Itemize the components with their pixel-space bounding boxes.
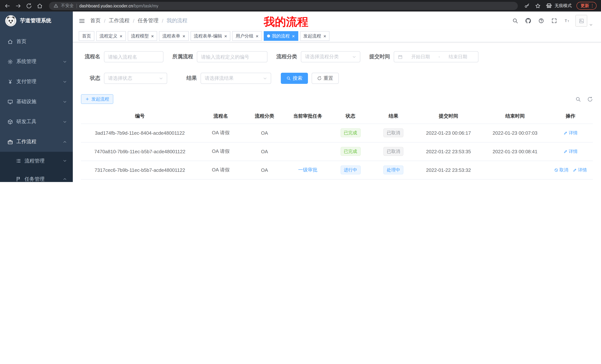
column-header-结束时间: 结束时间 — [482, 109, 548, 124]
security-label: 不安全 — [61, 3, 74, 9]
cancel-action-link[interactable]: 取消 — [554, 167, 568, 173]
current-task-link[interactable]: 一级审批 — [298, 167, 317, 172]
cell-current-task: 一级审批 — [286, 161, 329, 179]
result-tag: 已取消 — [383, 128, 404, 137]
bookmark-star-icon[interactable] — [535, 3, 541, 9]
hamburger-icon[interactable] — [79, 18, 85, 24]
tab-close-icon[interactable]: × — [151, 34, 154, 38]
tab-流程定义[interactable]: 流程定义× — [96, 31, 126, 41]
gear-icon — [7, 59, 13, 64]
breadcrumb: 首页/工作流程/任务管理/我的流程 — [90, 18, 187, 24]
sidebar-item-基础设施[interactable]: 基础设施 — [0, 92, 73, 112]
back-icon[interactable] — [4, 3, 10, 9]
column-header-状态: 状态 — [329, 109, 372, 124]
question-icon[interactable] — [538, 18, 544, 24]
chrome-home-icon[interactable] — [37, 3, 43, 9]
address-bar[interactable]: 不安全 dashboard.yudao.iocoder.cn/bpm/task/… — [49, 2, 518, 10]
browser-menu-icon[interactable] — [590, 3, 595, 8]
warning-icon — [53, 3, 58, 8]
reset-button-label: 重置 — [323, 75, 333, 82]
cell-submit-time: 2022-01-22 23:53:32 — [415, 161, 482, 179]
tab-close-icon[interactable]: × — [120, 34, 122, 38]
breadcrumb-item[interactable]: 工作流程 — [109, 18, 130, 24]
result-select[interactable]: 请选择流结果 — [200, 73, 271, 84]
search-button[interactable]: 搜索 — [281, 73, 308, 84]
svg-text:T: T — [565, 19, 567, 23]
tab-close-icon[interactable]: × — [292, 34, 295, 38]
sidebar-item-首页[interactable]: 首页 — [0, 31, 73, 52]
filter-status: 状态 请选择状态 — [81, 73, 167, 84]
chevron-down-icon — [63, 100, 67, 104]
main-area: 首页/工作流程/任务管理/我的流程 TT 首页流程定义×流程模型×流程表单×流程… — [73, 11, 601, 182]
cell-process-name: OA 请假 — [199, 142, 243, 161]
action-label: 详情 — [578, 167, 587, 173]
sidebar-item-label: 支付管理 — [16, 78, 36, 85]
tab-close-icon[interactable]: × — [182, 34, 185, 38]
cell-operations: 取消详情 — [548, 161, 593, 179]
table-row: 7470a810-7b9b-11ec-b5b7-acde48001122OA 请… — [81, 142, 593, 161]
search-icon[interactable] — [512, 18, 518, 24]
tab-流程表单-编辑[interactable]: 流程表单-编辑× — [190, 31, 230, 41]
breadcrumb-separator: / — [162, 18, 163, 24]
chevron-down-icon — [63, 80, 67, 84]
filter-process: 所属流程 — [171, 51, 267, 62]
start-date-placeholder: 开始日期 — [404, 54, 437, 60]
cell-process-name: OA 请假 — [199, 124, 243, 142]
breadcrumb-item[interactable]: 首页 — [90, 18, 101, 24]
cell-status: 进行中 — [329, 161, 372, 179]
cell-result: 已取消 — [372, 124, 415, 142]
cell-category: OA — [243, 161, 286, 179]
tab-label: 流程定义 — [100, 33, 117, 39]
category-select[interactable]: 请选择流程分类 — [301, 51, 360, 62]
detail-action-link[interactable]: 详情 — [573, 167, 587, 173]
github-icon[interactable] — [525, 18, 531, 24]
tab-流程模型[interactable]: 流程模型× — [128, 31, 157, 41]
update-button[interactable]: 更新 — [576, 2, 597, 10]
sidebar-item-支付管理[interactable]: 支付管理 — [0, 72, 73, 92]
tab-流程表单[interactable]: 流程表单× — [159, 31, 189, 41]
sidebar-item-任务管理[interactable]: 任务管理 — [0, 170, 73, 182]
sidebar-item-label: 基础设施 — [16, 98, 36, 105]
reload-icon[interactable] — [26, 3, 32, 9]
tab-close-icon[interactable]: × — [256, 34, 259, 38]
tab-首页[interactable]: 首页 — [79, 31, 94, 41]
sidebar-item-工作流程[interactable]: 工作流程 — [0, 132, 73, 152]
tab-close-icon[interactable]: × — [323, 34, 326, 38]
cell-submit-time: 2022-01-22 23:51:15 — [415, 179, 482, 182]
svg-text:T: T — [568, 20, 569, 23]
table-tools — [575, 96, 593, 102]
detail-action-link[interactable]: 详情 — [563, 148, 578, 154]
tab-我的流程[interactable]: 我的流程× — [264, 31, 298, 41]
process-name-input[interactable] — [104, 51, 163, 62]
breadcrumb-item[interactable]: 任务管理 — [138, 18, 159, 24]
tab-发起流程[interactable]: 发起流程× — [300, 31, 330, 41]
key-icon[interactable] — [524, 3, 530, 9]
sidebar-item-系统管理[interactable]: 系统管理 — [0, 52, 73, 72]
toolbar-row: 发起流程 — [81, 94, 593, 104]
category-placeholder: 请选择流程分类 — [305, 53, 339, 60]
forward-icon[interactable] — [15, 3, 21, 9]
tab-label: 流程表单-编辑 — [194, 33, 222, 39]
tab-close-icon[interactable]: × — [224, 34, 227, 38]
action-label: 取消 — [559, 167, 568, 173]
sidebar-item-研发工具[interactable]: 研发工具 — [0, 112, 73, 132]
fontsize-icon[interactable]: TT — [564, 18, 570, 24]
tab-用户分组[interactable]: 用户分组× — [232, 31, 262, 41]
toggle-search-icon[interactable] — [575, 96, 581, 102]
cell-operations: 详情 — [548, 179, 593, 182]
process-id-input[interactable] — [197, 51, 267, 62]
tab-label: 用户分组 — [236, 33, 253, 39]
status-select[interactable]: 请选择状态 — [104, 73, 167, 84]
cell-process-name: OA 请假 — [199, 179, 243, 182]
filter-status-label: 状态 — [81, 75, 100, 82]
status-tag: 进行中 — [341, 165, 361, 174]
briefcase-icon — [7, 139, 13, 144]
detail-action-link[interactable]: 详情 — [563, 130, 578, 136]
submit-time-range[interactable]: 开始日期 - 结束日期 — [394, 51, 478, 62]
create-process-button[interactable]: 发起流程 — [81, 94, 113, 104]
fullscreen-icon[interactable] — [551, 18, 557, 24]
refresh-table-icon[interactable] — [587, 96, 593, 102]
reset-button[interactable]: 重置 — [312, 73, 339, 84]
sidebar-item-流程管理[interactable]: 流程管理 — [0, 152, 73, 170]
user-avatar[interactable] — [575, 15, 593, 27]
